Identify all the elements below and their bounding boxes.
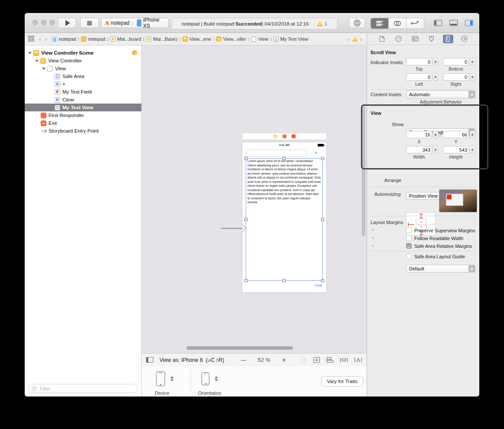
identity-inspector-tab[interactable] bbox=[410, 35, 420, 43]
resize-handle-top-right[interactable] bbox=[321, 157, 324, 160]
outline-row-view[interactable]: View bbox=[25, 65, 141, 72]
disclosure-triangle[interactable] bbox=[28, 52, 32, 54]
resize-handle-bottom-left[interactable] bbox=[244, 279, 247, 282]
stepper[interactable] bbox=[470, 131, 475, 138]
checkbox-unchecked-icon[interactable] bbox=[406, 235, 412, 241]
breadcrumb-storyboard-base[interactable]: Mai...Base) bbox=[146, 36, 177, 42]
follow-readable-width-row[interactable]: Follow Readable Width bbox=[406, 235, 463, 241]
stepper[interactable] bbox=[470, 73, 475, 81]
height-input[interactable] bbox=[443, 147, 468, 153]
breadcrumb-project[interactable]: notepad bbox=[52, 36, 76, 42]
disclosure-triangle[interactable] bbox=[35, 60, 39, 62]
resize-handle-top-center[interactable] bbox=[283, 157, 286, 160]
window-minimize-button[interactable] bbox=[41, 20, 46, 25]
window-close-button[interactable] bbox=[33, 20, 38, 25]
outline-row-text-field[interactable]: F My Text Field bbox=[25, 88, 141, 96]
inspector-toggle-button[interactable] bbox=[463, 18, 475, 28]
outline-row-scene[interactable]: View Controller Scene bbox=[25, 49, 141, 57]
preserve-superview-margins-row[interactable]: Preserve Superview Margins bbox=[406, 228, 475, 233]
view-as-button[interactable]: View as: iPhone 8 (wC hR) bbox=[159, 357, 224, 363]
filter-input[interactable] bbox=[39, 386, 134, 392]
activity-viewer[interactable]: notepad | Build notepad: Succeeded | 04/… bbox=[171, 18, 338, 29]
horizontal-scrollbar[interactable] bbox=[186, 346, 293, 350]
stepper[interactable] bbox=[433, 73, 438, 81]
debug-area-toggle-button[interactable] bbox=[448, 18, 459, 28]
dock-exit-icon[interactable] bbox=[292, 134, 296, 138]
scheme-selector[interactable]: A notepad 〉 iPhone XS bbox=[101, 18, 169, 28]
issue-badge[interactable]: 1 bbox=[317, 21, 327, 26]
outline-row-clear-button[interactable]: B Clear bbox=[25, 96, 141, 104]
outline-toggle-button[interactable] bbox=[146, 357, 153, 363]
outline-row-safe-area[interactable]: Safe Area bbox=[25, 72, 141, 80]
stop-button[interactable] bbox=[80, 18, 99, 28]
safe-area-layout-guide-row[interactable]: Safe Area Layout Guide bbox=[406, 254, 465, 259]
breadcrumb-folder[interactable]: notepad bbox=[81, 36, 105, 42]
checkbox-unchecked-icon[interactable] bbox=[406, 228, 412, 233]
quick-help-inspector-tab[interactable]: ? bbox=[393, 35, 404, 43]
file-inspector-tab[interactable] bbox=[377, 35, 387, 43]
layout-margins-dropdown[interactable]: Default bbox=[406, 265, 475, 273]
size-inspector-tab[interactable] bbox=[443, 35, 453, 43]
clear-button[interactable]: Clear bbox=[315, 283, 322, 287]
outline-filter-field[interactable] bbox=[28, 384, 138, 393]
plus-button[interactable]: + bbox=[313, 150, 319, 156]
dock-view-controller-icon[interactable] bbox=[273, 134, 277, 138]
view-controller-view[interactable]: 9:41 AM + Lorem ipsum dolor sit er elit … bbox=[242, 142, 327, 293]
update-frames-button[interactable] bbox=[299, 357, 307, 363]
x-input[interactable] bbox=[406, 132, 432, 137]
zoom-level[interactable]: 52 % bbox=[258, 357, 271, 363]
next-issue-button[interactable]: › bbox=[358, 36, 364, 42]
resize-handle-bottom-right[interactable] bbox=[321, 279, 324, 282]
outline-row-view-controller[interactable]: View Controller bbox=[25, 57, 141, 65]
width-input[interactable] bbox=[406, 147, 432, 153]
inset-left-input[interactable] bbox=[406, 75, 432, 80]
standard-editor-button[interactable] bbox=[371, 18, 389, 29]
scene-jump-icon[interactable] bbox=[132, 50, 137, 55]
vary-for-traits-button[interactable]: Vary for Traits bbox=[321, 376, 363, 387]
previous-issue-button[interactable]: ‹ bbox=[345, 36, 351, 42]
outline-row-first-responder[interactable]: First Responder bbox=[25, 111, 141, 119]
stepper[interactable] bbox=[470, 146, 475, 153]
breadcrumb-view-controller[interactable]: View...oller bbox=[216, 36, 246, 42]
disclosure-triangle[interactable] bbox=[42, 68, 46, 70]
breadcrumb-storyboard[interactable]: Mai...board bbox=[111, 36, 141, 42]
inset-top-input[interactable] bbox=[406, 59, 432, 65]
checkbox-checked-icon[interactable] bbox=[406, 243, 412, 249]
add-constraints-button[interactable] bbox=[340, 357, 348, 363]
my-text-view-selected[interactable]: Lorem ipsum dolor sit er elit lamet, con… bbox=[246, 158, 323, 281]
zoom-out-button[interactable]: — bbox=[241, 357, 247, 363]
resize-handle-mid-left[interactable] bbox=[244, 218, 247, 221]
version-editor-button[interactable] bbox=[406, 18, 424, 29]
breadcrumb-view[interactable]: View bbox=[251, 36, 268, 42]
stepper[interactable] bbox=[470, 58, 475, 65]
add-variation-button[interactable]: + bbox=[371, 227, 374, 233]
orientation-selector[interactable] bbox=[202, 372, 218, 385]
run-button[interactable] bbox=[58, 18, 76, 28]
my-text-field[interactable] bbox=[246, 150, 307, 157]
resize-handle-bottom-center[interactable] bbox=[283, 279, 286, 282]
resize-handle-top-left[interactable] bbox=[244, 157, 247, 160]
nav-back-button[interactable]: ‹ bbox=[37, 36, 43, 42]
inset-right-input[interactable] bbox=[443, 75, 468, 80]
window-zoom-button[interactable] bbox=[50, 20, 55, 25]
add-variation-button[interactable]: + bbox=[371, 243, 374, 249]
breadcrumb-text-view[interactable]: My Text View bbox=[273, 36, 308, 42]
outline-row-plus-button[interactable]: B + bbox=[25, 80, 141, 88]
storyboard-entry-point-arrow[interactable] bbox=[221, 225, 245, 231]
stepper[interactable] bbox=[433, 58, 438, 65]
breadcrumb-scene[interactable]: View...ene bbox=[182, 36, 211, 42]
storyboard-canvas[interactable]: 9:41 AM + Lorem ipsum dolor sit er elit … bbox=[142, 46, 367, 353]
dock-first-responder-icon[interactable] bbox=[283, 134, 286, 138]
stepper[interactable] bbox=[433, 131, 438, 138]
outline-row-exit[interactable]: Exit bbox=[25, 119, 141, 127]
outline-row-entry-point[interactable]: Storyboard Entry Point bbox=[25, 127, 141, 135]
checkbox-unchecked-icon[interactable] bbox=[406, 254, 412, 259]
assistant-editor-button[interactable] bbox=[389, 18, 406, 29]
zoom-in-button[interactable]: + bbox=[282, 356, 286, 364]
safe-area-relative-margins-row[interactable]: Safe Area Relative Margins bbox=[406, 243, 472, 249]
add-variation-button[interactable]: + bbox=[371, 235, 374, 241]
content-insets-dropdown[interactable]: Automatic bbox=[406, 91, 475, 98]
connections-inspector-tab[interactable] bbox=[459, 35, 470, 43]
related-items-button[interactable] bbox=[28, 36, 34, 42]
navigator-toggle-button[interactable] bbox=[432, 18, 443, 28]
